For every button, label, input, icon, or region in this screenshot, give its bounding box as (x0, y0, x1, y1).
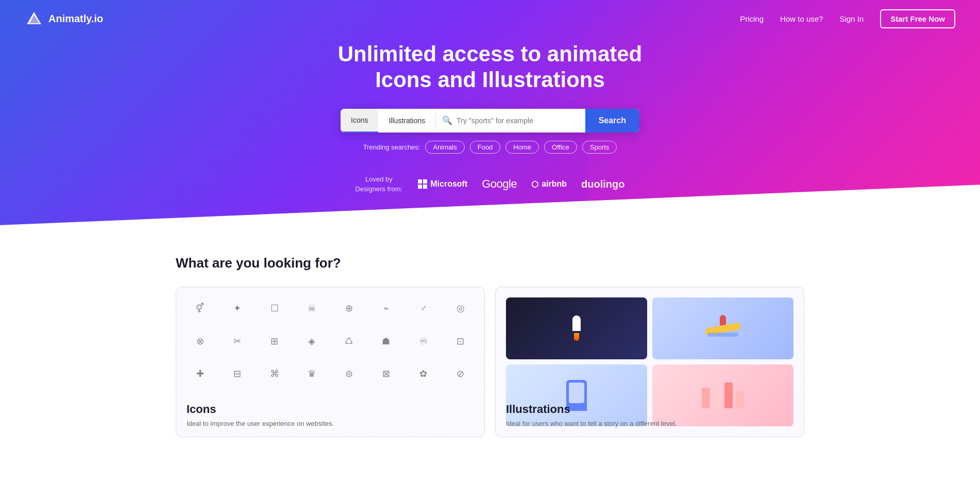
rocket-body (572, 316, 581, 331)
shelf-item-1 (702, 388, 710, 408)
search-button[interactable]: Search (585, 109, 639, 132)
nav-pricing[interactable]: Pricing (740, 14, 764, 23)
icon-item: ♛ (308, 368, 316, 379)
header: Animatly.io Pricing How to use? Sign In … (0, 0, 980, 38)
icon-item: ⊗ (196, 336, 204, 347)
icon-scatter: ⚥ ✦ ☐ ☠ ⊕ ⌁ ♂ ◎ ⊗ ✂ ⊞ ◈ ♺ ☗ ♾ ⊡ ✚ (176, 287, 484, 395)
duolingo-logo: duolingo (581, 178, 624, 190)
illus-preview-shopping (652, 364, 793, 426)
icons-card-subtitle: Ideal to improve the user experience on … (187, 420, 474, 427)
google-logo: Google (482, 177, 517, 191)
loved-by-section: Loved by Designers from: Microsoft Googl… (355, 174, 624, 194)
nav: Pricing How to use? Sign In Start Free N… (740, 9, 955, 28)
nav-how-to-use[interactable]: How to use? (780, 14, 823, 23)
rocket-illustration (572, 316, 581, 341)
what-looking-container: What are you looking for? ⚥ ✦ ☐ ☠ ⊕ ⌁ ♂ … (155, 255, 825, 437)
trending-pill-sports[interactable]: Sports (582, 141, 617, 154)
search-input[interactable] (457, 117, 579, 125)
icon-item: ♂ (420, 303, 427, 314)
airbnb-logo: ⬡ airbnb (531, 179, 567, 189)
logo-icon (25, 10, 43, 28)
icon-item: ⊟ (233, 368, 241, 379)
icon-item: ⌁ (383, 303, 389, 314)
icon-item: ♺ (345, 336, 353, 347)
illustrations-card[interactable]: Illustrations Ideal for users who want t… (495, 287, 804, 437)
icon-item: ◈ (308, 336, 315, 347)
search-icon: 🔍 (442, 115, 452, 125)
icon-item: ⌘ (270, 368, 279, 379)
icon-item: ☐ (271, 303, 279, 314)
loved-by-label: Loved by Designers from: (355, 174, 402, 194)
search-tabs: Icons Illustrations (341, 109, 435, 132)
icon-item: ⊠ (382, 368, 390, 379)
shelf-item-2 (713, 394, 721, 408)
airbnb-icon: ⬡ (531, 179, 538, 189)
icon-item: ⊡ (457, 336, 464, 347)
trending-label: Trending searches: (363, 143, 420, 151)
brand-logos: Microsoft Google ⬡ airbnb duolingo (418, 177, 624, 191)
logo[interactable]: Animatly.io (25, 10, 103, 28)
icon-item: ✚ (196, 368, 204, 379)
microsoft-grid-icon (418, 179, 427, 189)
trending-searches: Trending searches: Animals Food Home Off… (363, 141, 617, 154)
icon-item: ✂ (233, 336, 241, 347)
illustrations-card-subtitle: Ideal for users who want to tell a story… (506, 420, 793, 427)
icon-item: ⊕ (345, 303, 353, 314)
icon-item: ⊘ (457, 368, 464, 379)
search-input-area: 🔍 (436, 115, 585, 125)
nav-sign-in[interactable]: Sign In (839, 14, 864, 23)
icon-item: ✿ (419, 368, 427, 379)
microsoft-logo: Microsoft (418, 179, 467, 189)
icon-item: ⚥ (196, 303, 204, 314)
illustrations-card-title: Illustrations (506, 403, 570, 416)
icon-item: ✦ (233, 303, 241, 314)
surf-illustration (702, 313, 744, 344)
phone-screen (569, 383, 584, 403)
icon-item: ⊜ (345, 368, 353, 379)
icons-card-title: Icons (187, 403, 216, 416)
lower-section: What are you looking for? ⚥ ✦ ☐ ☠ ⊕ ⌁ ♂ … (0, 224, 980, 458)
shelf-item-3 (724, 383, 733, 408)
illus-preview-space (506, 297, 647, 359)
tab-illustrations[interactable]: Illustrations (378, 109, 435, 132)
start-free-now-button[interactable]: Start Free Now (880, 9, 955, 28)
section-title: What are you looking for? (176, 255, 804, 271)
rocket-flame (574, 333, 579, 341)
wave (707, 333, 738, 337)
illus-preview-delivery (506, 364, 647, 426)
cards-row: ⚥ ✦ ☐ ☠ ⊕ ⌁ ♂ ◎ ⊗ ✂ ⊞ ◈ ♺ ☗ ♾ ⊡ ✚ (176, 287, 804, 437)
trending-pill-animals[interactable]: Animals (425, 141, 464, 154)
logo-text: Animatly.io (48, 13, 103, 25)
icons-card[interactable]: ⚥ ✦ ☐ ☠ ⊕ ⌁ ♂ ◎ ⊗ ✂ ⊞ ◈ ♺ ☗ ♾ ⊡ ✚ (176, 287, 485, 437)
icon-item: ⊞ (271, 336, 278, 347)
icon-item: ◎ (457, 303, 465, 314)
icon-item: ☗ (382, 336, 390, 347)
tab-icons[interactable]: Icons (341, 109, 378, 132)
illus-preview-surf (652, 297, 793, 359)
hero-title: Unlimited access to animated Icons and I… (338, 41, 643, 93)
trending-pill-food[interactable]: Food (470, 141, 501, 154)
icon-item: ♾ (419, 336, 428, 347)
search-bar: Icons Illustrations 🔍 Search (341, 109, 639, 132)
shopping-illustration (698, 378, 748, 412)
trending-pill-office[interactable]: Office (544, 141, 577, 154)
trending-pill-home[interactable]: Home (505, 141, 539, 154)
icon-item: ☠ (308, 303, 316, 314)
shelf-item-4 (736, 391, 744, 408)
